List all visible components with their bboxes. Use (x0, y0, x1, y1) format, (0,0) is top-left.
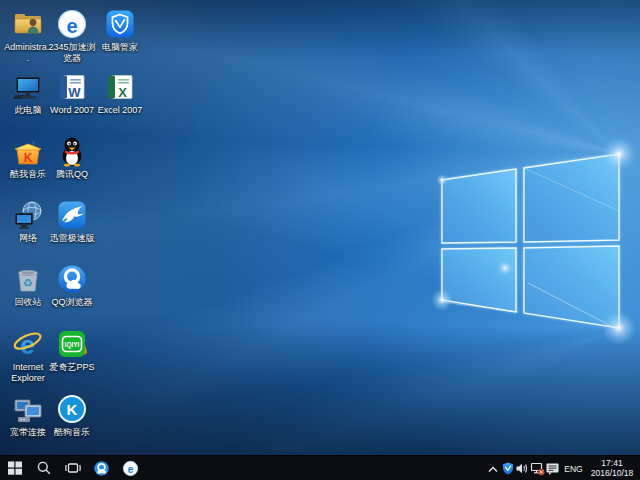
desktop-icon-internet-explorer[interactable]: e Internet Explorer (4, 328, 52, 384)
speaker-icon (515, 461, 530, 476)
windows-logo (0, 0, 640, 455)
desktop-icon-this-pc[interactable]: 此电脑 (4, 71, 52, 116)
user-folder-icon (12, 8, 44, 40)
connected-computers-icon (12, 393, 44, 425)
bird-icon (56, 199, 88, 231)
svg-text:X: X (118, 85, 127, 100)
network-globe-icon (12, 199, 44, 231)
qq-browser-icon (93, 460, 110, 477)
desktop-icon-qq-browser[interactable]: QQ浏览器 (48, 263, 96, 308)
icon-label: 腾讯QQ (56, 169, 88, 180)
icon-label: 迅雷极速版 (50, 233, 95, 244)
windows-start-icon (7, 460, 23, 476)
search-icon (36, 460, 52, 476)
icon-label: 酷狗音乐 (54, 427, 90, 438)
desktop-icon-word-2007[interactable]: W Word 2007 (48, 71, 96, 116)
desktop-icon-pc-manager[interactable]: 电脑管家 (96, 8, 144, 53)
desktop-icon-iqiyi[interactable]: iQIYI 爱奇艺PPS (48, 328, 96, 373)
music-box-icon: ♪ K (12, 135, 44, 167)
icon-label: 网络 (19, 233, 37, 244)
svg-text:iQIYI: iQIYI (65, 341, 80, 349)
icon-label: 宽带连接 (10, 427, 46, 438)
icon-label: 回收站 (15, 297, 42, 308)
desktop-icon-kugou-music[interactable]: K 酷狗音乐 (48, 393, 96, 438)
ie-icon: e (12, 328, 44, 360)
word-document-icon: W (56, 71, 88, 103)
system-tray: ENG 17:41 2016/10/18 (485, 456, 640, 480)
desktop-icon-network[interactable]: 网络 (4, 199, 52, 244)
icon-label: QQ浏览器 (51, 297, 92, 308)
chevron-up-icon (486, 462, 500, 476)
taskbar: e (0, 455, 640, 480)
task-view-icon (64, 460, 82, 476)
icon-label: 2345加速浏览器 (48, 42, 96, 64)
tray-volume[interactable] (515, 456, 530, 480)
svg-text:e: e (66, 15, 77, 37)
svg-text:e: e (128, 463, 134, 474)
icon-label: 此电脑 (15, 105, 42, 116)
start-button[interactable] (0, 456, 29, 480)
desktop-icon-thunder[interactable]: 迅雷极速版 (48, 199, 96, 244)
notification-bubble-icon (545, 461, 560, 476)
desktop-icon-recycle-bin[interactable]: ♻ 回收站 (4, 263, 52, 308)
taskbar-clock[interactable]: 17:41 2016/10/18 (587, 456, 640, 480)
q-cloud-icon (56, 263, 88, 295)
2345-browser-icon: e (56, 8, 88, 40)
desktop-icon-tencent-qq[interactable]: 腾讯QQ (48, 135, 96, 180)
icon-label: Word 2007 (50, 105, 94, 116)
excel-document-icon: X (104, 71, 136, 103)
svg-text:W: W (68, 85, 81, 100)
icon-label: 电脑管家 (102, 42, 138, 53)
icon-label: 爱奇艺PPS (49, 362, 94, 373)
penguin-icon (56, 135, 88, 167)
clock-date: 2016/10/18 (591, 469, 634, 479)
windows-desktop: Administra... e 2345加速浏览器 电脑管家 (0, 0, 640, 480)
iqiyi-icon: iQIYI (56, 328, 88, 360)
svg-text:♻: ♻ (23, 277, 33, 289)
k-circle-icon: K (56, 393, 88, 425)
tray-network[interactable] (530, 456, 545, 480)
desktop-icon-kuwo-music[interactable]: ♪ K 酷我音乐 (4, 135, 52, 180)
wallpaper (0, 0, 640, 455)
desktop-icon-broadband[interactable]: 宽带连接 (4, 393, 52, 438)
desktop-icon-2345-browser[interactable]: e 2345加速浏览器 (48, 8, 96, 64)
search-button[interactable] (29, 456, 58, 480)
hidden-icons-button[interactable] (485, 456, 500, 480)
icon-label: 酷我音乐 (10, 169, 46, 180)
computer-monitor-icon (12, 71, 44, 103)
icon-label: Excel 2007 (98, 105, 143, 116)
language-indicator[interactable]: ENG (560, 456, 587, 480)
taskbar-2345-browser-button[interactable]: e (116, 456, 145, 480)
desktop-icon-excel-2007[interactable]: X Excel 2007 (96, 71, 144, 116)
network-disconnected-icon (530, 461, 545, 476)
svg-text:K: K (67, 401, 78, 418)
shield-icon (501, 461, 515, 476)
desktop-icon-administrator[interactable]: Administra... (4, 8, 52, 64)
svg-text:K: K (24, 151, 33, 165)
taskbar-qq-browser-button[interactable] (87, 456, 116, 480)
recycle-bin-icon: ♻ (12, 263, 44, 295)
tray-action-center[interactable] (545, 456, 560, 480)
icon-label: Administra... (4, 42, 52, 64)
tray-pc-manager[interactable] (500, 456, 515, 480)
icon-label: Internet Explorer (4, 362, 52, 384)
task-view-button[interactable] (58, 456, 87, 480)
2345-browser-icon: e (122, 460, 139, 477)
shield-check-icon (104, 8, 136, 40)
